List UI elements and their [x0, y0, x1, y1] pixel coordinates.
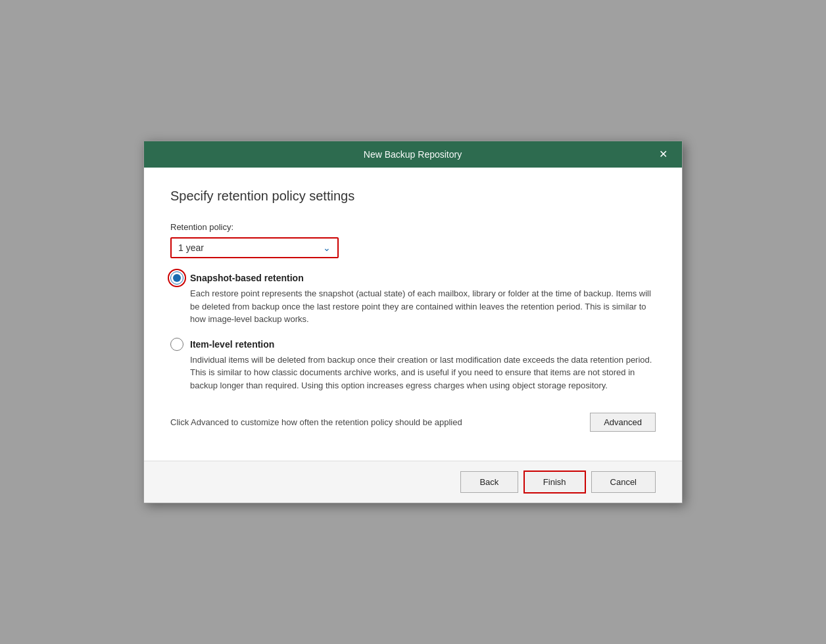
cancel-button[interactable]: Cancel [591, 471, 656, 493]
itemlevel-radio-input[interactable] [170, 338, 183, 351]
itemlevel-retention-option: Item-level retention Individual items wi… [170, 338, 656, 392]
new-backup-repository-dialog: New Backup Repository ✕ Specify retentio… [143, 141, 683, 503]
advanced-row: Click Advanced to customize how often th… [170, 410, 656, 432]
finish-button[interactable]: Finish [523, 471, 586, 494]
close-button[interactable]: ✕ [655, 148, 671, 161]
itemlevel-radio-description: Individual items will be deleted from ba… [190, 354, 656, 392]
advanced-button[interactable]: Advanced [590, 413, 656, 432]
retention-type-radio-group: Snapshot-based retention Each restore po… [170, 271, 656, 392]
advanced-hint-text: Click Advanced to customize how often th… [170, 417, 462, 427]
itemlevel-radio-wrapper [170, 338, 183, 351]
snapshot-radio-label[interactable]: Snapshot-based retention [190, 273, 304, 283]
retention-policy-label: Retention policy: [170, 222, 656, 232]
itemlevel-label-row: Item-level retention [170, 338, 656, 351]
snapshot-label-row: Snapshot-based retention [170, 271, 656, 285]
snapshot-radio-description: Each restore point represents the snapsh… [190, 287, 656, 326]
snapshot-radio-input[interactable] [170, 271, 183, 285]
back-button[interactable]: Back [460, 471, 518, 493]
itemlevel-radio-label[interactable]: Item-level retention [190, 339, 274, 350]
dialog-footer: Back Finish Cancel [144, 461, 682, 503]
retention-policy-dropdown[interactable]: 1 year 2 years 3 years 5 years 7 years [172, 239, 316, 257]
snapshot-radio-wrapper [170, 271, 183, 285]
snapshot-retention-option: Snapshot-based retention Each restore po… [170, 271, 656, 326]
dropdown-arrow-icon: ⌄ [316, 239, 337, 257]
page-heading: Specify retention policy settings [170, 189, 656, 204]
title-bar: New Backup Repository ✕ [144, 141, 682, 168]
dialog-title: New Backup Repository [170, 149, 655, 160]
retention-policy-dropdown-wrapper: 1 year 2 years 3 years 5 years 7 years ⌄ [170, 237, 339, 258]
dialog-content: Specify retention policy settings Retent… [144, 168, 682, 461]
